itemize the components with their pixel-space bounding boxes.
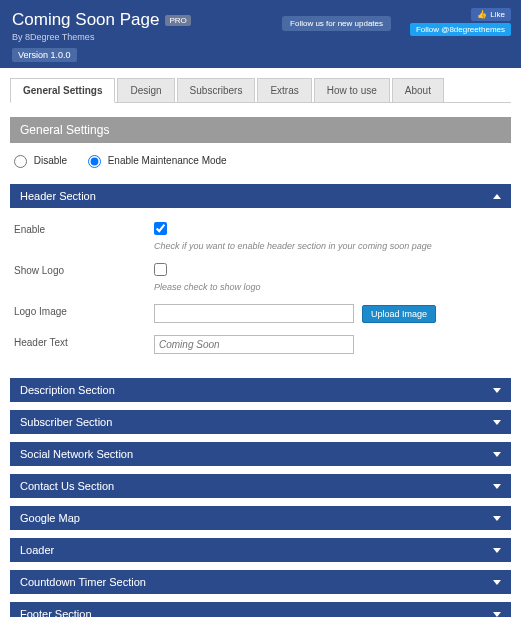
plugin-header: 👍 Like Follow @8degreethemes Follow us f… xyxy=(0,0,521,68)
tab-subscribers[interactable]: Subscribers xyxy=(177,78,256,102)
section-subscriber-title: Subscriber Section xyxy=(20,416,112,428)
chevron-down-icon xyxy=(493,548,501,553)
mode-disable-option[interactable]: Disable xyxy=(14,155,70,166)
chevron-down-icon xyxy=(493,420,501,425)
chevron-down-icon xyxy=(493,388,501,393)
tab-general-settings[interactable]: General Settings xyxy=(10,78,115,103)
section-footer-title: Footer Section xyxy=(20,608,92,617)
section-loader-bar[interactable]: Loader xyxy=(10,538,511,562)
version-badge: Version 1.0.0 xyxy=(12,48,77,62)
section-countdown-bar[interactable]: Countdown Timer Section xyxy=(10,570,511,594)
header-text-input[interactable] xyxy=(154,335,354,354)
show-logo-checkbox[interactable] xyxy=(154,263,167,276)
enable-checkbox[interactable] xyxy=(154,222,167,235)
chevron-down-icon xyxy=(493,516,501,521)
section-subscriber-bar[interactable]: Subscriber Section xyxy=(10,410,511,434)
mode-disable-radio[interactable] xyxy=(14,155,27,168)
upload-image-button[interactable]: Upload Image xyxy=(362,305,436,323)
chevron-down-icon xyxy=(493,580,501,585)
section-description-title: Description Section xyxy=(20,384,115,396)
section-map-bar[interactable]: Google Map xyxy=(10,506,511,530)
section-header-body: Enable Check if you want to enable heade… xyxy=(10,208,511,370)
section-footer-bar[interactable]: Footer Section xyxy=(10,602,511,617)
mode-enable-option[interactable]: Enable Maintenance Mode xyxy=(88,155,227,166)
section-social-bar[interactable]: Social Network Section xyxy=(10,442,511,466)
fb-like-label: Like xyxy=(490,10,505,19)
tab-extras[interactable]: Extras xyxy=(257,78,311,102)
tab-about[interactable]: About xyxy=(392,78,444,102)
mode-radio-group: Disable Enable Maintenance Mode xyxy=(10,143,511,180)
chevron-down-icon xyxy=(493,484,501,489)
section-header-bar[interactable]: Header Section xyxy=(10,184,511,208)
follow-updates-button[interactable]: Follow us for new updates xyxy=(282,16,391,31)
page-title: Coming Soon Page xyxy=(12,10,159,30)
mode-disable-label: Disable xyxy=(34,155,67,166)
content-area: General Settings Design Subscribers Extr… xyxy=(0,68,521,617)
twitter-follow-button[interactable]: Follow @8degreethemes xyxy=(410,23,511,36)
logo-image-input[interactable] xyxy=(154,304,354,323)
tab-design[interactable]: Design xyxy=(117,78,174,102)
enable-hint: Check if you want to enable header secti… xyxy=(154,241,507,251)
enable-label: Enable xyxy=(14,222,154,235)
thumb-icon: 👍 xyxy=(477,10,487,19)
chevron-up-icon xyxy=(493,194,501,199)
header-text-label: Header Text xyxy=(14,335,154,348)
section-contact-bar[interactable]: Contact Us Section xyxy=(10,474,511,498)
header-social: 👍 Like Follow @8degreethemes xyxy=(410,8,511,36)
mode-enable-label: Enable Maintenance Mode xyxy=(108,155,227,166)
chevron-down-icon xyxy=(493,612,501,617)
show-logo-hint: Please check to show logo xyxy=(154,282,507,292)
section-description-bar[interactable]: Description Section xyxy=(10,378,511,402)
section-loader-title: Loader xyxy=(20,544,54,556)
page-root: 👍 Like Follow @8degreethemes Follow us f… xyxy=(0,0,521,617)
show-logo-label: Show Logo xyxy=(14,263,154,276)
tab-how-to-use[interactable]: How to use xyxy=(314,78,390,102)
section-social-title: Social Network Section xyxy=(20,448,133,460)
panel-title: General Settings xyxy=(10,117,511,143)
pro-badge: PRO xyxy=(165,15,190,26)
tab-bar: General Settings Design Subscribers Extr… xyxy=(10,78,511,103)
facebook-like-button[interactable]: 👍 Like xyxy=(471,8,511,21)
section-map-title: Google Map xyxy=(20,512,80,524)
chevron-down-icon xyxy=(493,452,501,457)
section-header-title: Header Section xyxy=(20,190,96,202)
logo-image-label: Logo Image xyxy=(14,304,154,317)
section-contact-title: Contact Us Section xyxy=(20,480,114,492)
section-countdown-title: Countdown Timer Section xyxy=(20,576,146,588)
mode-enable-radio[interactable] xyxy=(88,155,101,168)
